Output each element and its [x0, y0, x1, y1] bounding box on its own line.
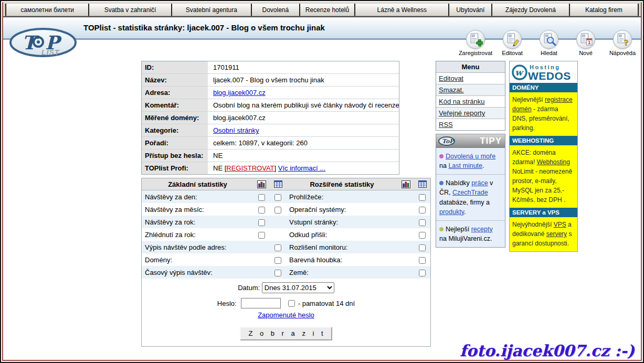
stat-table-checkbox[interactable] [419, 270, 426, 276]
forgot-password-link[interactable]: Zapomenuté heslo [258, 311, 314, 319]
bullet-icon [439, 181, 444, 185]
tab-7[interactable]: Ubytování [448, 4, 491, 16]
stat-chart-checkbox[interactable] [258, 219, 265, 226]
tab-2[interactable]: Svatba v zahraničí [88, 4, 171, 16]
tip-link[interactable]: recepty [471, 226, 493, 233]
stat-label: Zhlédnutí za rok: [142, 231, 254, 239]
tab-8[interactable]: Zájezdy Dovolená [491, 4, 568, 16]
ad-link[interactable]: VPS [554, 221, 566, 228]
stat-table-checkbox[interactable] [419, 207, 426, 213]
tab-9[interactable]: Katalog firem [569, 4, 639, 16]
date-label: Datum: [238, 284, 260, 292]
tab-5[interactable]: Recenze hotelů [299, 4, 355, 16]
stat-table-cell [414, 255, 430, 263]
tip-link[interactable]: produkty [439, 208, 464, 216]
stat-table-checkbox[interactable] [419, 194, 426, 201]
menu-link[interactable]: Veřejné reporty [439, 109, 485, 117]
stats-table: Základní statistikyRozšířené statistikyN… [142, 178, 430, 279]
tip-link[interactable]: Last minute [448, 162, 482, 169]
menu-item-veejnreporty[interactable]: Veřejné reporty [436, 108, 505, 119]
tip-link[interactable]: CzechTrade [452, 189, 488, 196]
stats-row: Domény:Barevná hloubka: [142, 253, 430, 266]
stat-table-cell [270, 268, 286, 276]
menu-link[interactable]: Editovat [439, 74, 463, 82]
show-button[interactable]: Z o b r a z i t [240, 327, 332, 340]
text: Nabídky [446, 179, 471, 187]
text: Nejlevnější [512, 96, 545, 103]
stat-label: Časový výpis návštěv: [142, 269, 254, 276]
stats-right-header: Rozšířené statistiky [286, 180, 398, 188]
toolbar-label: Hledat [531, 50, 567, 56]
stat-table-checkbox[interactable] [419, 257, 426, 264]
stat-table-checkbox[interactable] [275, 194, 281, 201]
stat-chart-checkbox[interactable] [258, 194, 265, 201]
stat-table-checkbox[interactable] [275, 270, 281, 276]
stat-label: Odkud přišli: [286, 231, 398, 239]
stat-chart-checkbox[interactable] [258, 207, 265, 213]
stat-table-cell [414, 268, 430, 276]
text: Nejvýhodnější [512, 221, 554, 228]
new-button[interactable]: 1Nové [567, 30, 604, 56]
search-button[interactable]: Hledat [531, 30, 567, 56]
menu-link[interactable]: RSS [439, 121, 453, 129]
info-row: Pořadí:celkem: 10897, v kategorii: 260 [142, 137, 399, 150]
stat-table-checkbox[interactable] [419, 244, 426, 251]
stat-label: Domény: [142, 256, 254, 264]
info-row: Komentář:Osobní blog na kterém publikuji… [142, 99, 399, 112]
menu-link[interactable]: Smazat. [439, 86, 464, 94]
stat-table-checkbox[interactable] [275, 257, 281, 264]
stat-table-checkbox[interactable] [275, 207, 281, 213]
menu-item-smazat[interactable]: Smazat. [436, 84, 505, 96]
help-button[interactable]: ?Nápověda [604, 30, 641, 56]
password-input[interactable] [241, 298, 281, 308]
info-label: ID: [142, 61, 209, 73]
watermark: foto.ijacek007.cz :-) [460, 341, 635, 360]
tip-link[interactable]: práce [471, 179, 488, 187]
svg-text:LIST: LIST [41, 48, 60, 57]
menu-item-rss[interactable]: RSS [436, 119, 505, 130]
register-button[interactable]: Zaregistrovat [457, 30, 494, 56]
tips-items: Dovolená u moře na Last minute.Nabídky p… [436, 148, 505, 247]
info-value: blog.ijacek007.cz [209, 87, 399, 99]
text: 1701911 [213, 63, 239, 71]
bullet-icon [439, 154, 444, 158]
stat-label: Návštěvy za rok: [142, 218, 254, 226]
tab-1[interactable]: самолетни билети [5, 4, 88, 16]
chart-icon [398, 180, 414, 188]
info-row: TOPlist Profi:NE [REGISTROVAT] Víc infor… [142, 162, 399, 174]
ad-link[interactable]: Webhosting [537, 158, 570, 166]
edit-button[interactable]: Editovat [494, 30, 531, 56]
svg-text:1: 1 [588, 40, 590, 45]
menu-item-editovat[interactable]: Editovat [436, 73, 505, 84]
text: NoLimit - neomezeně prostor, e-maily, My… [512, 168, 572, 204]
info-row: ID:1701911 [142, 61, 399, 74]
link[interactable]: Víc informací ... [278, 164, 325, 172]
info-label: Kategorie: [142, 124, 209, 136]
info-label: Přístup bez hesla: [142, 150, 209, 162]
text: celkem: 10897, v kategorii: 260 [213, 139, 308, 147]
stat-chart-cell [254, 193, 270, 200]
tab-3[interactable]: Svatební agentura [171, 4, 251, 16]
stat-table-checkbox[interactable] [275, 244, 281, 251]
toplist-logo[interactable]: T P LIST [8, 27, 78, 60]
stat-table-checkbox[interactable] [419, 219, 426, 226]
stat-chart-checkbox[interactable] [258, 232, 265, 239]
stat-label: Návštěvy za den: [142, 193, 254, 201]
link[interactable]: Osobní stránky [213, 126, 259, 134]
remember-checkbox[interactable] [288, 300, 295, 307]
stats-row: Návštěvy za rok:Vstupní stránky: [142, 216, 430, 228]
tip-link[interactable]: Dovolená u moře [446, 153, 495, 160]
wedos-ad[interactable]: w Hosting WEDOS DOMÉNYNejlevnější regist… [509, 61, 578, 252]
ad-link[interactable]: servery [546, 230, 567, 238]
tab-4[interactable]: Dovolená [251, 4, 299, 16]
link[interactable]: REGISTROVAT [226, 164, 274, 172]
stats-left-header: Základní statistiky [142, 180, 254, 188]
menu-link[interactable]: Kód na stránku [439, 98, 484, 105]
tab-6[interactable]: Lázně a Wellness [354, 4, 448, 16]
stat-table-checkbox[interactable] [419, 232, 426, 239]
stat-chart-cell [254, 205, 270, 213]
stat-label: Výpis návštěv podle adres: [142, 243, 254, 251]
menu-item-kdnastrnku[interactable]: Kód na stránku [436, 96, 505, 108]
link[interactable]: blog.ijacek007.cz [213, 89, 266, 97]
date-select[interactable]: Dnes 31.07.2015 [262, 282, 334, 293]
